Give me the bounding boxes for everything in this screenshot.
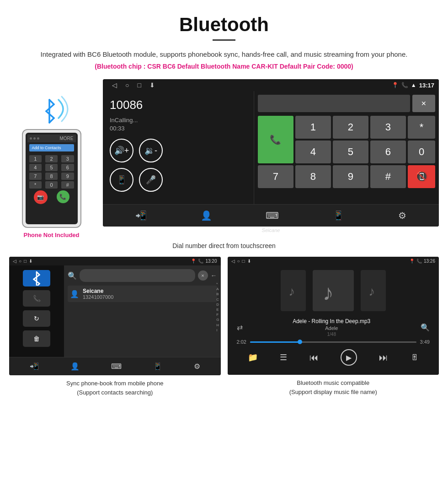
page-specs: (Bluetooth chip : CSR BC6 Default Blueto…: [9, 63, 439, 70]
key-6[interactable]: 6: [370, 140, 406, 163]
music-count: 1/48: [293, 332, 370, 337]
pb-back-icon: ◁: [13, 259, 16, 264]
pb-home-icon: ○: [19, 259, 21, 264]
music-home-icon: ○: [237, 259, 240, 264]
phone-dots: [30, 137, 39, 140]
alpha-C[interactable]: C: [216, 297, 219, 302]
music-download-icon: ⬇: [247, 259, 251, 264]
phone-dial-cell: *: [29, 181, 42, 189]
phone-top-bar: MORE: [27, 135, 76, 142]
music-list-icon[interactable]: ☰: [280, 352, 287, 362]
car-status-bar: ◁ ○ □ ⬇ 📍 📞 ▲ 13:17: [103, 79, 439, 91]
calls-icon[interactable]: 📲: [135, 210, 147, 221]
dialpad-bottom-icon[interactable]: ⌨: [266, 210, 279, 221]
music-content: ♪ ♪ ♪: [228, 265, 439, 375]
music-back-icon: ◁: [231, 259, 235, 264]
music-track-info: Adele - Rolling In the Deep.mp3 Adele 1/…: [293, 318, 370, 337]
pb-call-icon: 📞: [33, 295, 41, 302]
music-artist: Adele: [293, 325, 370, 331]
music-track-name: Adele - Rolling In the Deep.mp3: [293, 318, 370, 324]
pb-bottom-dialpad[interactable]: ⌨: [111, 362, 122, 371]
car-calling-status: InCalling...: [110, 117, 247, 124]
pb-location-icon: 📍: [191, 259, 196, 264]
volume-down-btn[interactable]: 🔉-: [139, 139, 163, 162]
key-2[interactable]: 2: [333, 116, 368, 139]
music-prev-icon[interactable]: ⏮: [309, 352, 319, 363]
key-star[interactable]: *: [408, 116, 435, 139]
pb-call-btn[interactable]: 📞: [23, 290, 50, 307]
phone-dot: [37, 137, 39, 140]
svg-text:♪: ♪: [323, 281, 334, 303]
alpha-E[interactable]: E: [216, 307, 219, 312]
call-accept-btn[interactable]: 📞: [258, 116, 293, 163]
key-5[interactable]: 5: [333, 140, 368, 163]
music-progress-bar[interactable]: [250, 341, 416, 343]
car-status-icons: 📍 📞 ▲ 13:17: [392, 82, 434, 89]
phone-status-icon: 📞: [401, 82, 408, 88]
music-time: 13:26: [424, 259, 435, 264]
key-8[interactable]: 8: [295, 165, 331, 188]
alpha-F[interactable]: F: [216, 312, 219, 317]
music-folder-icon[interactable]: 📁: [248, 352, 258, 362]
car-left-panel: 10086 InCalling... 00:33 🔊+ 🔉- 📱: [103, 91, 254, 204]
settings-bottom-icon[interactable]: ⚙: [398, 210, 406, 221]
volume-up-icon: 🔊+: [114, 146, 129, 156]
key-4[interactable]: 4: [295, 140, 331, 163]
phonebook-nav-icons: ◁ ○ □ ⬇: [13, 259, 32, 264]
alpha-I[interactable]: I: [216, 328, 219, 333]
key-7[interactable]: 7: [258, 165, 293, 188]
music-play-icon: ▶: [346, 353, 352, 362]
svg-text:♪: ♪: [368, 284, 375, 298]
phone-screen: MORE Add to Contacts 1 2 3 4 5 6 7: [26, 133, 78, 224]
home-icon: ○: [125, 81, 129, 89]
phone-dot: [33, 137, 36, 140]
music-play-btn[interactable]: ▶: [341, 349, 357, 366]
page-description: Integrated with BC6 Bluetooth module, su…: [9, 49, 439, 60]
mic-btn[interactable]: 🎤: [139, 168, 163, 192]
pb-refresh-btn[interactable]: ↻: [23, 310, 50, 327]
alpha-B[interactable]: B: [216, 292, 219, 297]
alpha-A[interactable]: A: [216, 286, 219, 292]
bt-phone-icon[interactable]: 📱: [333, 210, 344, 221]
alpha-H[interactable]: H: [216, 323, 219, 328]
shuffle-icon[interactable]: ⇄: [237, 323, 243, 332]
volume-up-btn[interactable]: 🔊+: [110, 139, 133, 162]
pb-bottom-phone[interactable]: 📱: [153, 362, 162, 371]
music-album-prev: ♪: [281, 270, 306, 311]
pb-back-arrow[interactable]: ←: [211, 272, 217, 279]
watermark: Seicane: [103, 227, 439, 233]
alpha-D[interactable]: D: [216, 302, 219, 307]
pb-clear-btn[interactable]: ×: [198, 270, 208, 281]
music-next-icon[interactable]: ⏭: [379, 352, 388, 363]
pb-bottom-calls[interactable]: 📲: [30, 362, 39, 371]
contacts-bottom-icon[interactable]: 👤: [201, 210, 212, 221]
car-screen-section: ◁ ○ □ ⬇ 📍 📞 ▲ 13:17 10086 InCalling...: [103, 79, 439, 238]
back-icon: ◁: [112, 81, 117, 89]
key-9[interactable]: 9: [333, 165, 368, 188]
music-album-art-main: ♪: [313, 270, 354, 311]
music-note-next-icon: ♪: [367, 283, 379, 298]
key-hash[interactable]: #: [370, 165, 406, 188]
key-0[interactable]: 0: [408, 140, 435, 163]
transfer-btn[interactable]: 📱: [110, 168, 133, 192]
phonebook-mini-screen: ◁ ○ □ ⬇ 📍 📞 13:20: [9, 257, 221, 375]
music-eq-icon[interactable]: 🎚: [411, 353, 419, 362]
alpha-G[interactable]: G: [216, 317, 219, 322]
call-end-btn[interactable]: 📵: [408, 165, 435, 188]
phone-section: MORE Add to Contacts 1 2 3 4 5 6 7: [9, 79, 94, 238]
pb-bottom-contacts[interactable]: 👤: [70, 362, 80, 371]
car-input-field[interactable]: [258, 95, 410, 112]
key-1[interactable]: 1: [295, 116, 331, 139]
backspace-icon: ✕: [421, 100, 427, 107]
pb-search-field[interactable]: [80, 269, 195, 282]
car-bottom-bar: 📲 👤 ⌨ 📱 ⚙: [103, 204, 439, 227]
pb-delete-btn[interactable]: 🗑: [23, 330, 50, 347]
phone-dial-row: 1 2 3: [29, 155, 74, 162]
search-music-icon[interactable]: 🔍: [421, 323, 430, 332]
key-3[interactable]: 3: [370, 116, 406, 139]
car-backspace-btn[interactable]: ✕: [412, 95, 435, 112]
phone-dial-cell: 1: [29, 155, 42, 162]
pb-bottom-settings[interactable]: ⚙: [194, 362, 200, 371]
pb-bottom-bar: 📲 👤 ⌨ 📱 ⚙: [9, 357, 221, 375]
pb-contact-row[interactable]: 👤 Seicane 13241007000: [68, 286, 217, 302]
